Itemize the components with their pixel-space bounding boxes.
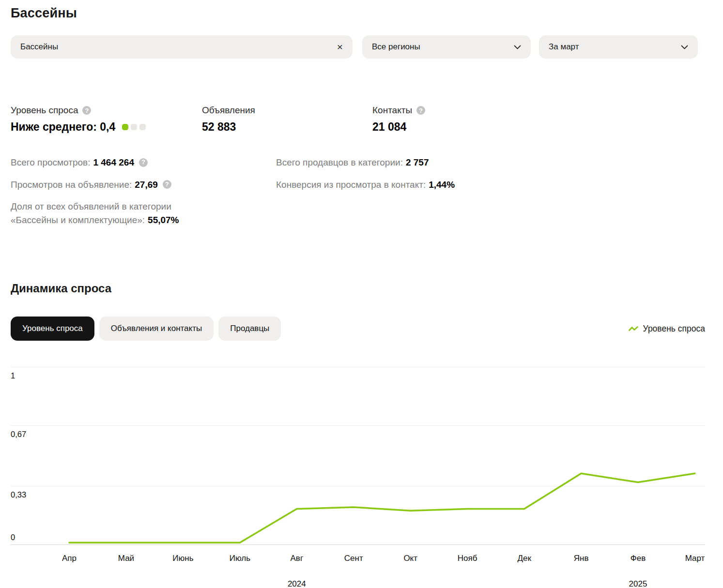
conversion-value: 1,44% <box>429 178 455 192</box>
total-views-row: Всего просмотров: 1 464 264 ? <box>11 156 276 169</box>
category-share-label-line1: Доля от всех объявлений в категории <box>11 200 276 213</box>
help-icon[interactable]: ? <box>416 106 425 115</box>
demand-chart: 00,330,671АпрМайИюньИюльАвгСентОктНоябДе… <box>11 366 705 588</box>
stat-ads-value: 52 883 <box>202 121 236 134</box>
chevron-down-icon <box>681 45 688 49</box>
indicator-square-empty <box>131 124 137 130</box>
chevron-down-icon <box>514 45 521 49</box>
views-per-ad-value: 27,69 <box>135 178 158 192</box>
stat-contacts-label: Контакты <box>372 105 412 116</box>
help-icon[interactable]: ? <box>163 180 171 189</box>
views-per-ad-row: Просмотров на объявление: 27,69 ? <box>11 178 276 192</box>
legend-label: Уровень спроса <box>643 324 705 334</box>
stat-demand-label: Уровень спроса <box>11 105 78 116</box>
region-select[interactable]: Все регионы <box>362 35 531 59</box>
details-section: Всего просмотров: 1 464 264 ? Просмотров… <box>11 156 705 235</box>
views-per-ad-label: Просмотров на объявление: <box>11 178 132 192</box>
help-icon[interactable]: ? <box>82 106 91 115</box>
dynamics-section-title: Динамика спроса <box>11 282 705 295</box>
demand-line-series <box>69 473 695 543</box>
conversion-row: Конверсия из просмотра в контакт: 1,44% <box>276 178 455 192</box>
search-input[interactable] <box>20 42 332 52</box>
details-right-column: Всего продавцов в категории: 2 757 Конве… <box>276 156 455 235</box>
stat-ads-label: Объявления <box>202 105 255 116</box>
category-share-label-line2: «Бассейны и комплектующие»: <box>11 215 145 225</box>
total-sellers-row: Всего продавцов в категории: 2 757 <box>276 156 455 169</box>
conversion-label: Конверсия из просмотра в контакт: <box>276 178 426 192</box>
indicator-square-filled <box>122 124 128 130</box>
total-views-value: 1 464 264 <box>93 156 134 169</box>
demand-level-indicator <box>122 124 148 130</box>
chart-legend: Уровень спроса <box>629 324 705 334</box>
stat-ads: Объявления 52 883 <box>202 105 372 134</box>
demand-line-chart <box>11 366 705 588</box>
stats-row: Уровень спроса ? Ниже среднего: 0,4 Объя… <box>11 105 705 134</box>
category-share-value: 55,07% <box>148 215 179 225</box>
region-select-value: Все регионы <box>372 42 420 52</box>
tab-ads-and-contacts[interactable]: Объявления и контакты <box>99 317 214 341</box>
tab-demand-level[interactable]: Уровень спроса <box>11 317 94 341</box>
period-select[interactable]: За март <box>539 35 698 59</box>
category-share-row: Доля от всех объявлений в категории «Бас… <box>11 200 276 226</box>
total-views-label: Всего просмотров: <box>11 156 90 169</box>
stat-demand: Уровень спроса ? Ниже среднего: 0,4 <box>11 105 202 134</box>
demand-analytics-page: Бассейны × Все регионы За март Уровень с… <box>11 0 705 588</box>
stat-contacts-value: 21 084 <box>372 121 406 134</box>
help-icon[interactable]: ? <box>139 158 148 167</box>
total-sellers-label: Всего продавцов в категории: <box>276 156 403 169</box>
page-title: Бассейны <box>11 0 705 21</box>
details-left-column: Всего просмотров: 1 464 264 ? Просмотров… <box>11 156 276 235</box>
filters-row: × Все регионы За март <box>11 35 705 59</box>
search-field[interactable]: × <box>11 35 353 59</box>
indicator-square-empty <box>139 124 146 130</box>
period-select-value: За март <box>549 42 579 52</box>
chart-tabs-row: Уровень спроса Объявления и контакты Про… <box>11 317 705 341</box>
stat-contacts: Контакты ? 21 084 <box>372 105 425 134</box>
stat-demand-value: Ниже среднего: 0,4 <box>11 121 115 134</box>
close-icon[interactable]: × <box>332 42 343 53</box>
total-sellers-value: 2 757 <box>406 156 429 169</box>
tab-sellers[interactable]: Продавцы <box>218 317 281 341</box>
wave-line-icon <box>629 325 638 332</box>
